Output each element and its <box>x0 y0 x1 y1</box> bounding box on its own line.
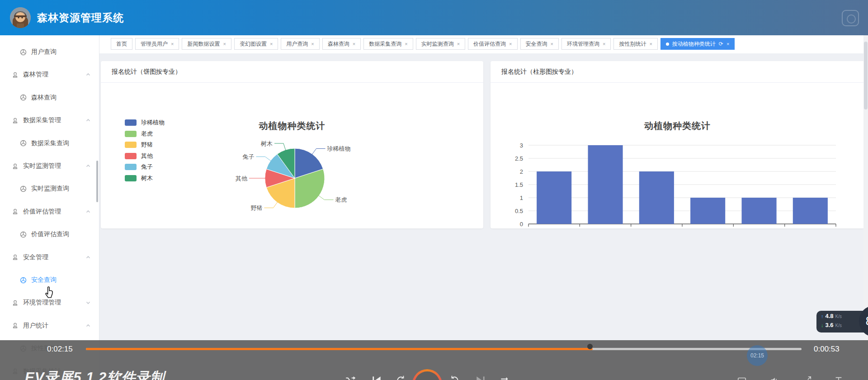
sidebar-item-价值评估查询[interactable]: 价值评估查询 <box>0 223 99 246</box>
text-tool-icon[interactable] <box>834 375 844 380</box>
bar-野猪[interactable] <box>639 171 674 224</box>
pie-label-野猪: 野猪 <box>250 204 262 211</box>
sidebar-item-label: 用户统计 <box>23 322 48 330</box>
seek-bar-fill <box>86 348 593 350</box>
avatar-illustration <box>10 7 31 28</box>
bar-plot[interactable]: 00.511.522.53珍稀植物老虎野猪其他兔子树木 <box>491 83 864 228</box>
tab-按性别统计[interactable]: 按性别统计× <box>613 38 657 50</box>
next-icon[interactable] <box>475 375 486 380</box>
bar-兔子[interactable] <box>742 198 777 224</box>
app-header: 森林资源管理系统 <box>0 0 868 35</box>
sidebar-item-label: 环境管理管理 <box>23 299 61 307</box>
bar-其他[interactable] <box>690 198 725 224</box>
tab-close-icon[interactable]: × <box>353 42 355 47</box>
bar-panel: 报名统计（柱形图按专业） 动植物种类统计 00.511.522.53珍稀植物老虎… <box>491 61 864 228</box>
bar-树木[interactable] <box>793 198 828 224</box>
bar-老虎[interactable] <box>588 145 623 224</box>
tab-close-icon[interactable]: × <box>311 42 314 47</box>
tab-close-icon[interactable]: × <box>649 42 652 47</box>
tab-新闻数据设置[interactable]: 新闻数据设置× <box>182 38 231 50</box>
tab-实时监测查询[interactable]: 实时监测查询× <box>416 38 465 50</box>
tab-close-icon[interactable]: × <box>551 42 553 47</box>
tab-close-icon[interactable]: × <box>603 42 605 47</box>
replay-icon[interactable] <box>395 375 407 380</box>
tab-close-icon[interactable]: × <box>726 42 729 47</box>
tab-refresh-icon[interactable]: ⟳ <box>719 41 723 47</box>
legend-item-其他[interactable]: 其他 <box>125 151 165 162</box>
pie-label-树木: 树木 <box>260 140 273 147</box>
aperture-icon <box>20 277 27 284</box>
sidebar-item-森林管理[interactable]: 森林管理 <box>0 63 99 86</box>
page-scrollbar-thumb[interactable] <box>864 42 868 109</box>
sidebar-item-用户统计[interactable]: 用户统计 <box>0 314 99 337</box>
sidebar-item-实时监测管理[interactable]: 实时监测管理 <box>0 155 99 177</box>
legend-swatch <box>125 175 137 181</box>
sidebar-item-label: 价值评估查询 <box>31 230 69 238</box>
usage-percent: 81 <box>866 314 868 328</box>
legend-item-树木[interactable]: 树木 <box>125 173 165 184</box>
sidebar-item-安全管理[interactable]: 安全管理 <box>0 246 99 269</box>
sidebar-item-环境管理管理[interactable]: 环境管理管理 <box>0 291 99 314</box>
legend-item-兔子[interactable]: 兔子 <box>125 162 165 173</box>
sidebar-item-安全查询[interactable]: 安全查询 <box>0 269 99 291</box>
y-tick-label: 0.5 <box>515 208 523 214</box>
tab-close-icon[interactable]: × <box>270 42 273 47</box>
sidebar-scrollbar[interactable] <box>96 161 98 202</box>
previous-icon[interactable] <box>371 375 382 380</box>
forward-icon[interactable] <box>448 375 460 380</box>
aperture-icon <box>20 49 27 56</box>
legend-item-珍稀植物[interactable]: 珍稀植物 <box>125 117 165 128</box>
sidebar-item-label: 安全查询 <box>31 276 57 284</box>
tab-森林查询[interactable]: 森林查询× <box>322 38 361 50</box>
sidebar-item-label: 数据采集管理 <box>23 116 61 124</box>
sidebar-item-用户查询[interactable]: 用户查询 <box>0 41 99 63</box>
subtitle-icon[interactable] <box>737 375 747 380</box>
remaining-time: 0:00:53 <box>814 345 840 354</box>
y-tick-label: 0 <box>520 221 523 228</box>
tab-环境管理查询[interactable]: 环境管理查询× <box>561 38 611 50</box>
tab-close-icon[interactable]: × <box>509 42 512 47</box>
tab-label: 数据采集查询 <box>369 40 401 48</box>
recorder-ghost-icon[interactable] <box>842 10 859 26</box>
seek-bar[interactable] <box>86 348 802 350</box>
legend-swatch <box>125 119 137 126</box>
tab-首页[interactable]: 首页 <box>111 38 132 50</box>
tab-价值评估查询[interactable]: 价值评估查询× <box>468 38 517 50</box>
legend-swatch <box>125 153 137 159</box>
avatar[interactable] <box>10 7 31 28</box>
shuffle-icon[interactable] <box>344 375 356 380</box>
sidebar-item-label: 森林查询 <box>31 94 57 102</box>
tab-close-icon[interactable]: × <box>223 42 226 47</box>
sidebar-item-数据采集查询[interactable]: 数据采集查询 <box>0 132 99 155</box>
pie-chart[interactable]: 动植物种类统计 珍稀植物老虎野猪其他兔子树木 珍稀植物老虎野猪其他兔子树木 <box>101 83 483 228</box>
volume-icon[interactable] <box>769 375 779 380</box>
fullscreen-icon[interactable] <box>802 375 812 380</box>
elapsed-time: 0:02:15 <box>47 345 73 354</box>
tab-close-icon[interactable]: × <box>405 42 407 47</box>
tab-安全查询[interactable]: 安全查询× <box>520 38 559 50</box>
bar-珍稀植物[interactable] <box>537 171 571 224</box>
tab-管理员用户[interactable]: 管理员用户× <box>135 38 179 50</box>
sidebar-item-实时监测查询[interactable]: 实时监测查询 <box>0 177 99 200</box>
tab-label: 按动植物种类统计 <box>672 40 716 48</box>
repeat-icon[interactable] <box>499 375 511 380</box>
seek-knob[interactable] <box>587 344 593 349</box>
sidebar-item-数据采集管理[interactable]: 数据采集管理 <box>0 109 99 132</box>
legend-item-野猪[interactable]: 野猪 <box>125 139 165 151</box>
tab-数据采集查询[interactable]: 数据采集查询× <box>363 38 413 50</box>
tab-close-icon[interactable]: × <box>171 42 174 47</box>
tab-按动植物种类统计[interactable]: 按动植物种类统计⟳× <box>660 38 735 50</box>
bar-chart[interactable]: 动植物种类统计 00.511.522.53珍稀植物老虎野猪其他兔子树木 <box>491 83 864 228</box>
tab-close-icon[interactable]: × <box>457 42 460 47</box>
sidebar-item-label: 实时监测查询 <box>31 185 69 193</box>
tab-变幻图设置[interactable]: 变幻图设置× <box>234 38 278 50</box>
sidebar-item-价值评估管理[interactable]: 价值评估管理 <box>0 200 99 223</box>
usage-gauge[interactable]: 81 % <box>856 303 868 340</box>
legend-item-老虎[interactable]: 老虎 <box>125 128 165 140</box>
y-tick-label: 2 <box>520 168 523 175</box>
tab-用户查询[interactable]: 用户查询× <box>281 38 319 50</box>
sidebar-item-label: 数据采集查询 <box>31 139 69 147</box>
sidebar-item-森林查询[interactable]: 森林查询 <box>0 86 99 109</box>
pie-panel-header: 报名统计（饼图按专业） <box>101 61 483 83</box>
play-button[interactable] <box>412 369 442 380</box>
